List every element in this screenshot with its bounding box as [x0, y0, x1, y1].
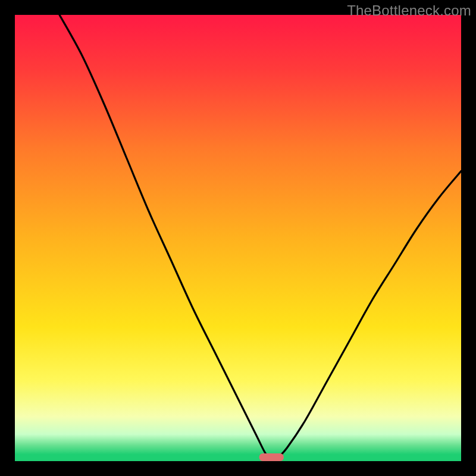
gradient-background — [15, 15, 461, 461]
chart-frame — [15, 15, 461, 461]
bottleneck-plot — [15, 15, 461, 461]
watermark-text: TheBottleneck.com — [347, 2, 471, 19]
optimum-marker — [259, 453, 284, 461]
